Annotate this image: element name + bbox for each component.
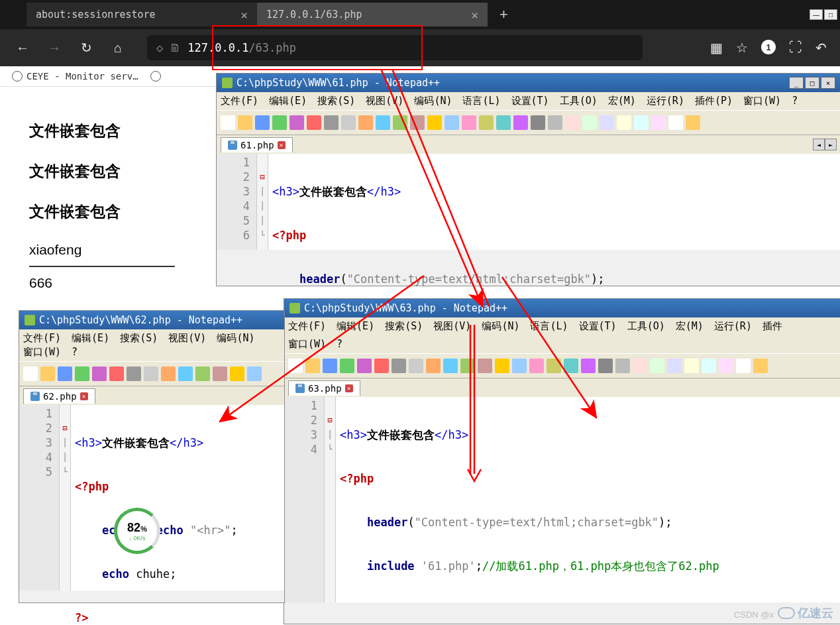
toolbar-icon[interactable] [615,359,630,373]
toolbar-icon[interactable] [323,359,337,373]
menu-item[interactable]: 搜索(S) [385,320,423,333]
menu-item[interactable]: 窗口(W) [743,95,781,107]
toolbar-icon[interactable] [221,115,235,130]
back-button[interactable]: ← [13,40,32,56]
toolbar-icon[interactable] [753,359,768,373]
tab-63php[interactable]: 127.0.0.1/63.php × [257,3,488,27]
menu-item[interactable]: 文件(F) [221,95,258,107]
toolbar-icon[interactable] [255,115,270,130]
file-tab-63[interactable]: 63.php× [288,380,360,396]
scroll-right-icon[interactable]: ► [825,139,837,150]
menu-item[interactable]: 窗口(W) [23,346,61,359]
menu-item[interactable]: 编辑(E) [269,95,307,107]
toolbar-icon[interactable] [213,367,227,381]
scroll-left-icon[interactable]: ◄ [813,139,825,150]
toolbar-icon[interactable] [195,367,210,381]
notification-badge[interactable]: 1 [761,40,776,54]
toolbar-icon[interactable] [127,367,141,381]
toolbar-icon[interactable] [702,359,716,373]
menu-item[interactable]: 宏(M) [608,95,636,107]
toolbar-icon[interactable] [617,115,631,130]
undo-icon[interactable]: ↶ [815,40,827,56]
toolbar-icon[interactable] [427,115,442,130]
toolbar-icon[interactable] [496,115,511,130]
reload-button[interactable]: ↻ [77,40,95,56]
toolbar-icon[interactable] [109,367,124,381]
toolbar-icon[interactable] [582,115,597,130]
toolbar-icon[interactable] [600,115,614,130]
toolbar-icon[interactable] [478,359,492,373]
toolbar-icon[interactable] [667,359,682,373]
close-icon[interactable]: × [345,384,353,392]
menu-item[interactable]: 语言(L) [530,320,568,333]
toolbar-icon[interactable] [686,115,700,130]
toolbar-icon[interactable] [144,367,158,381]
toolbar-icon[interactable] [307,115,321,130]
menu-item[interactable]: 语言(L) [462,95,500,107]
toolbar-icon[interactable] [668,115,683,130]
toolbar-icon[interactable] [547,359,561,373]
close-icon[interactable]: × [278,141,286,149]
toolbar-icon[interactable] [340,359,354,373]
toolbar-icon[interactable] [634,115,649,130]
bookmark-item[interactable] [150,71,161,82]
menu-item[interactable]: 编辑(E) [337,320,374,333]
toolbar-icon[interactable] [289,115,304,130]
close-icon[interactable]: × [240,8,248,22]
toolbar-icon[interactable] [512,359,527,373]
toolbar-icon[interactable] [443,359,458,373]
menu-item[interactable]: ? [72,346,78,359]
toolbar-icon[interactable] [358,115,373,130]
address-bar[interactable]: ◇ 🗎 127.0.0.1 /63.php [147,35,643,60]
menu-item[interactable]: 文件(F) [288,320,326,333]
toolbar-icon[interactable] [598,359,613,373]
tab-sessionrestore[interactable]: about:sessionrestore × [26,3,257,27]
crop-icon[interactable]: ⛶ [789,40,802,56]
toolbar-icon[interactable] [736,359,751,373]
menu-item[interactable]: 编码(N) [217,332,254,345]
menu-item[interactable]: 运行(R) [714,320,752,333]
code-area[interactable]: 12345 ⊟││└ <h3>文件嵌套包含</h3> <?php echo $a… [19,405,284,591]
menu-item[interactable]: 设置(T) [511,95,549,107]
menu-item[interactable]: 设置(T) [579,320,617,333]
menu-item[interactable]: 插件(P) [695,95,733,107]
toolbar-icon[interactable] [409,359,423,373]
toolbar-icon[interactable] [40,367,55,381]
menu-item[interactable]: 视图(V) [433,320,471,333]
toolbar-icon[interactable] [374,359,389,373]
toolbar-icon[interactable] [272,115,287,130]
toolbar-icon[interactable] [564,359,578,373]
menu-item[interactable]: 插件 [762,320,782,333]
menu-item[interactable]: 窗口(W) [288,338,326,351]
title-bar[interactable]: C:\phpStudy\WWW\62.php - Notepad++ [19,311,284,329]
toolbar-icon[interactable] [460,359,475,373]
toolbar-icon[interactable] [393,115,407,130]
maximize-icon[interactable]: □ [805,77,819,89]
new-tab-button[interactable]: + [488,6,520,23]
toolbar-icon[interactable] [341,115,356,130]
toolbar-icon[interactable] [288,359,303,373]
menu-item[interactable]: 视图(V) [168,332,206,345]
toolbar-icon[interactable] [565,115,580,130]
menu-item[interactable]: 工具(O) [627,320,665,333]
toolbar-icon[interactable] [324,115,339,130]
toolbar-icon[interactable] [445,115,459,130]
toolbar-icon[interactable] [357,359,372,373]
toolbar-icon[interactable] [513,115,528,130]
toolbar-icon[interactable] [305,359,320,373]
toolbar-icon[interactable] [719,359,733,373]
toolbar-icon[interactable] [529,359,544,373]
title-bar[interactable]: C:\phpStudy\WWW\61.php - Notepad++ _□× [217,74,840,92]
toolbar-icon[interactable] [531,115,545,130]
forward-button[interactable]: → [45,40,64,56]
minimize-icon[interactable]: _ [789,77,804,89]
toolbar-icon[interactable] [23,367,38,381]
bookmark-star-icon[interactable]: ☆ [736,40,748,56]
menu-item[interactable]: 工具(O) [560,95,598,107]
toolbar-icon[interactable] [178,367,193,381]
close-icon[interactable]: × [80,392,88,400]
file-tab-62[interactable]: 62.php× [23,388,95,404]
qr-icon[interactable]: ▦ [710,40,723,56]
toolbar-icon[interactable] [651,115,666,130]
menu-item[interactable]: 搜索(S) [120,332,158,345]
